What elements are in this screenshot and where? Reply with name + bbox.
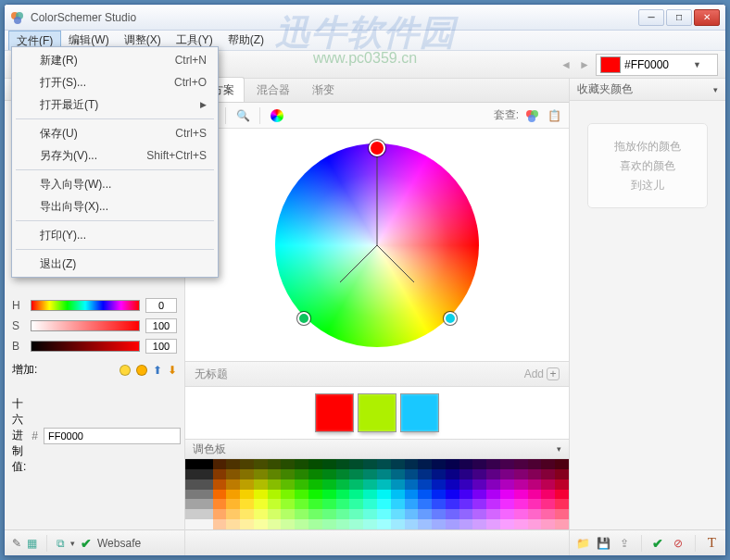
palette-grid[interactable] [185,459,569,529]
favorites-area[interactable]: 拖放你的颜色 喜欢的颜色 到这儿 [570,101,725,529]
menu-item[interactable]: 打开(S)...Ctrl+O [14,71,216,93]
scheme-title[interactable]: 无标题 [195,367,228,382]
check-icon[interactable]: ✔ [650,535,666,552]
sat-row: S [12,318,177,333]
tab-gradient[interactable]: 渐变 [302,77,345,102]
svg-line-8 [377,245,447,282]
h-slider[interactable] [31,300,140,311]
menu-item[interactable]: 新建(R)Ctrl+N [14,49,216,71]
menu-item[interactable]: 另存为(V)...Shift+Ctrl+S [14,144,216,167]
fav-hint-3: 到这儿 [631,178,664,193]
add-row: 增加: ⬆ ⬇ [12,362,177,378]
s-slider[interactable] [31,320,140,331]
wheel-handle-green[interactable] [297,312,310,325]
up-arrow-icon[interactable]: ⬆ [153,364,162,377]
svg-point-2 [14,17,21,24]
fav-hint-1: 拖放你的颜色 [614,139,681,155]
hue-row: H [12,298,177,313]
folder-icon[interactable]: 📁 [575,535,591,552]
hex-input-top[interactable] [624,58,689,71]
app-icon [10,10,25,25]
add-button[interactable]: Add + [524,367,560,380]
swatch-1[interactable] [315,393,354,432]
svg-point-5 [528,115,535,122]
nav-back-icon[interactable]: ◄ [559,57,573,72]
tab-mixer[interactable]: 混合器 [246,77,300,102]
hex-value-input[interactable] [44,428,181,444]
wheel-handle-blue[interactable] [444,312,457,325]
menu-item[interactable]: 退出(Z) [14,253,216,275]
wheel-handle-red[interactable] [369,140,385,156]
check-icon: ✔ [81,536,92,551]
menu-item[interactable]: 保存(U)Ctrl+S [14,122,216,144]
hex-row: 十六进制值: # [12,396,177,475]
titlebar[interactable]: ColorSchemer Studio ─ □ ✕ [5,5,725,31]
current-color-field[interactable]: ▼ [596,54,718,76]
scheme-title-bar: 无标题 Add + [185,361,569,387]
menu-help[interactable]: 帮助(Z) [220,31,271,50]
add-label: 增加: [12,362,37,378]
dot-orange-icon[interactable] [136,365,147,376]
swatch-3[interactable] [400,393,439,432]
minimize-button[interactable]: ─ [638,9,664,26]
eyedropper-icon[interactable]: ✎ [12,537,21,550]
middle-panel: 时方案 混合器 渐变 ▾ 🔍 套查: 📋 [184,79,570,555]
svg-line-7 [307,245,377,282]
palette-title: 调色板 [193,442,226,457]
plus-icon: + [547,367,560,380]
h-label: H [12,299,25,312]
chevron-down-icon[interactable]: ▾ [557,444,561,454]
tabs: 时方案 混合器 渐变 [185,79,569,103]
swatches-row [185,387,569,439]
deny-icon[interactable]: ⊘ [671,535,686,552]
favorites-title: 收藏夹颜色 [577,81,633,97]
file-menu-dropdown: 新建(R)Ctrl+N打开(S)...Ctrl+O打开最近(T)▶保存(U)Ct… [11,46,219,278]
right-bottom-bar: 📁 💾 ⇪ ✔ ⊘ T [570,529,725,555]
scheme-rgb-icon[interactable] [522,106,541,125]
window-title: ColorSchemer Studio [31,11,638,24]
color-wheel[interactable] [275,143,479,347]
websafe-label: Websafe [97,537,141,550]
fav-hint-2: 喜欢的颜色 [620,158,675,174]
left-bottom-bar: ✎ ▦ ⧉ ▾ ✔ Websafe [5,529,184,555]
menu-item[interactable]: 打印(Y)... [14,224,216,246]
menu-item[interactable]: 导出向导(X)... [14,195,216,218]
s-label: S [12,319,25,332]
s-value[interactable] [145,318,177,333]
color-wheel-icon[interactable] [268,106,286,125]
chevron-down-icon[interactable]: ▼ [693,60,701,69]
nav-forward-icon[interactable]: ► [577,57,592,72]
text-icon[interactable]: T [704,535,720,552]
image-icon[interactable]: ▦ [27,537,37,550]
favorites-dropzone[interactable]: 拖放你的颜色 喜欢的颜色 到这儿 [587,123,708,208]
b-slider[interactable] [31,341,140,352]
middle-toolbar: ▾ 🔍 套查: 📋 [185,103,569,129]
hash-label: # [31,429,38,442]
menu-item[interactable]: 导入向导(W)... [14,173,216,195]
h-value[interactable] [145,298,177,313]
add-label-text: Add [524,367,544,380]
menu-item[interactable]: 打开最近(T)▶ [14,93,216,116]
swatch-2[interactable] [358,393,396,432]
hex-label: 十六进制值: [12,396,26,475]
clipboard-icon[interactable]: 📋 [545,106,563,125]
palette-header: 调色板 ▾ [185,439,569,459]
export-icon[interactable]: ⇪ [616,535,632,552]
chevron-down-icon[interactable]: ▾ [713,85,718,94]
copy-icon[interactable]: ⧉ [57,537,65,550]
color-wheel-area [185,129,569,361]
maximize-button[interactable]: □ [666,9,692,26]
chevron-down-icon[interactable]: ▾ [70,539,75,548]
magnify-icon[interactable]: 🔍 [233,106,252,125]
b-label: B [12,340,25,353]
dot-yellow-icon[interactable] [120,365,131,376]
middle-bottom-bar [185,529,569,555]
down-arrow-icon[interactable]: ⬇ [168,364,177,377]
b-value[interactable] [145,339,177,354]
close-button[interactable]: ✕ [694,9,720,26]
color-chip [600,56,621,73]
scheme-label: 套查: [494,107,519,123]
save-icon[interactable]: 💾 [596,535,611,552]
wheel-lines [275,143,553,282]
favorites-header: 收藏夹颜色 ▾ [570,79,725,101]
